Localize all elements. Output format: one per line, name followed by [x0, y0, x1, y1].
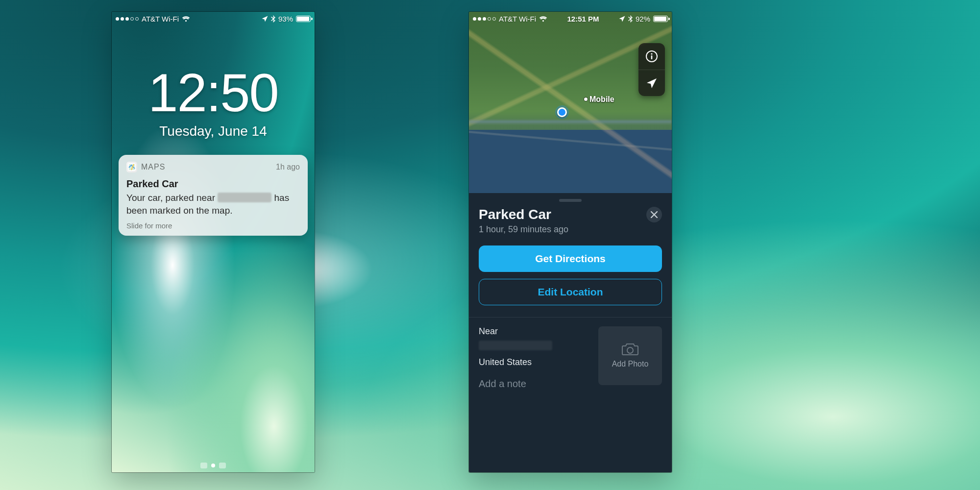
notification-body: Your car, parked near has been marked on…: [126, 192, 300, 217]
notification-body-prefix: Your car, parked near: [126, 193, 218, 203]
get-directions-button[interactable]: Get Directions: [479, 245, 662, 272]
notification-card[interactable]: MAPS 1h ago Parked Car Your car, parked …: [119, 155, 308, 236]
map-city-label: Mobile: [584, 95, 614, 104]
add-photo-button[interactable]: Add Photo: [598, 326, 662, 385]
lock-clock: 12:50 Tuesday, June 14: [112, 66, 315, 139]
sheet-subtitle: 1 hour, 59 minutes ago: [479, 224, 568, 235]
map-locate-button[interactable]: [638, 70, 665, 96]
notification-age: 1h ago: [276, 163, 300, 172]
add-note-field[interactable]: Add a note: [479, 378, 590, 390]
carrier-label: AT&T Wi-Fi: [499, 15, 536, 23]
close-button[interactable]: [646, 207, 662, 222]
status-bar: AT&T Wi-Fi 12:51 PM 92%: [469, 12, 672, 25]
notification-title: Parked Car: [126, 178, 300, 190]
lock-date: Tuesday, June 14: [112, 123, 315, 139]
cell-signal-icon: [116, 17, 139, 21]
location-icon: [262, 16, 268, 22]
status-right: 93%: [262, 15, 311, 23]
svg-point-4: [627, 347, 633, 353]
notification-app-name: MAPS: [141, 163, 165, 172]
add-photo-label: Add Photo: [612, 360, 649, 368]
notification-header: MAPS 1h ago: [126, 162, 300, 172]
close-icon: [651, 211, 658, 218]
parked-car-sheet[interactable]: Parked Car 1 hour, 59 minutes ago Get Di…: [469, 193, 672, 472]
location-icon: [619, 16, 625, 22]
edit-location-button[interactable]: Edit Location: [479, 279, 662, 305]
page-indicator: [200, 463, 226, 468]
status-left: AT&T Wi-Fi: [473, 15, 547, 23]
maps-phone: Mobile AT&T Wi-Fi 12:51 PM 92%: [469, 12, 672, 472]
bluetooth-icon: [628, 15, 633, 23]
lockscreen-phone: AT&T Wi-Fi 93% 12:50 Tuesday, June 14 MA…: [112, 12, 315, 472]
svg-rect-3: [651, 55, 653, 59]
redacted-location: [218, 193, 271, 202]
map-controls: [638, 43, 665, 96]
notification-hint: Slide for more: [126, 221, 300, 230]
battery-icon: [296, 16, 311, 22]
status-bar: AT&T Wi-Fi 93%: [112, 12, 315, 25]
near-label: Near: [479, 326, 590, 337]
cell-signal-icon: [473, 17, 496, 21]
page-dot-active: [211, 464, 215, 467]
widgets-page-icon[interactable]: [219, 463, 226, 468]
bluetooth-icon: [271, 15, 275, 23]
map-view[interactable]: Mobile: [469, 12, 672, 193]
wifi-icon: [539, 16, 547, 22]
divider: [469, 317, 672, 318]
wifi-icon: [182, 16, 190, 22]
status-left: AT&T Wi-Fi: [116, 15, 190, 23]
battery-percent: 92%: [636, 15, 650, 23]
sheet-grabber[interactable]: [559, 199, 582, 202]
near-country: United States: [479, 357, 590, 368]
battery-icon: [653, 16, 668, 22]
battery-percent: 93%: [278, 15, 293, 23]
camera-page-icon[interactable]: [200, 463, 207, 468]
map-info-button[interactable]: [638, 43, 665, 70]
status-right: 92%: [619, 15, 668, 23]
status-clock: 12:51 PM: [547, 15, 619, 23]
maps-app-icon: [126, 162, 137, 172]
lock-time: 12:50: [112, 66, 315, 120]
user-location-dot: [557, 107, 567, 117]
svg-point-2: [651, 53, 652, 54]
camera-icon: [622, 343, 638, 356]
carrier-label: AT&T Wi-Fi: [142, 15, 179, 23]
sheet-title: Parked Car: [479, 207, 568, 222]
redacted-address: [479, 341, 552, 350]
